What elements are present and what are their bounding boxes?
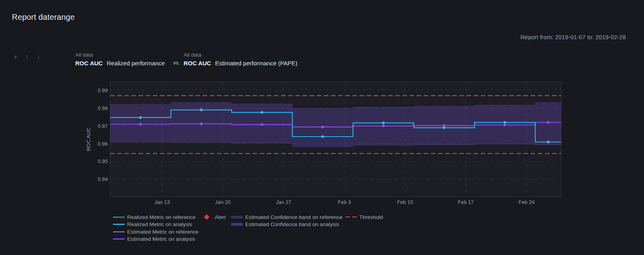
y-tick-label: 0.97 bbox=[98, 123, 108, 129]
move-down-icon[interactable]: ↓ bbox=[35, 53, 42, 61]
legend-item-estimated-analysis[interactable]: Estimated Metric on analysis bbox=[113, 236, 195, 242]
legend-item-realized-analysis[interactable]: Realized Metric on analysis bbox=[113, 221, 192, 228]
line-swatch bbox=[113, 224, 125, 225]
metric-line: ROC AUCRealized performance bbox=[75, 59, 165, 68]
legend-label: Alert bbox=[215, 214, 226, 220]
legend-label: Estimated Metric on reference bbox=[127, 229, 198, 235]
realized-metric-line-point bbox=[321, 135, 324, 138]
realized-metric-line-point bbox=[261, 111, 263, 114]
y-tick-label: 0.96 bbox=[98, 141, 108, 147]
estimated-metric-line-point bbox=[321, 126, 324, 128]
x-tick-label: Feb 3 bbox=[338, 199, 351, 205]
legend-label: Estimated Metric on analysis bbox=[127, 236, 195, 242]
legend-label: Realized Metric on reference bbox=[127, 214, 196, 220]
line-swatch bbox=[113, 231, 125, 232]
x-tick-label: Feb 17 bbox=[458, 199, 474, 205]
metric-name: ROC AUC bbox=[183, 60, 211, 67]
legend-item-band-reference[interactable]: Estimated Confidence band on reference bbox=[231, 214, 342, 221]
realized-metric-line-point bbox=[200, 108, 203, 111]
x-tick-label: Feb 10 bbox=[397, 199, 413, 205]
y-tick-label: 0.95 bbox=[98, 158, 108, 164]
add-icon[interactable]: + bbox=[12, 53, 19, 61]
y-tick-label: 0.99 bbox=[98, 88, 108, 93]
dataset-label: All data bbox=[183, 51, 297, 59]
estimated-metric-line-point bbox=[139, 123, 142, 126]
realized-metric-line-point bbox=[503, 121, 506, 124]
estimated-metric-line-point bbox=[503, 124, 506, 126]
chart-title-left: All data ROC AUCRealized performance bbox=[75, 51, 165, 68]
legend-label: Estimated Confidence band on reference bbox=[245, 214, 342, 220]
metric-kind: Realized performance bbox=[107, 60, 165, 67]
legend-item-realized-reference[interactable]: Realized Metric on reference bbox=[113, 214, 196, 221]
legend-label: Estimated Confidence band on analysis bbox=[245, 221, 339, 227]
realized-metric-line-point bbox=[443, 126, 446, 129]
report-daterange-label: Report from: 2019-01-07 to: 2019-02-28 bbox=[520, 34, 626, 40]
estimated-metric-line-point bbox=[261, 123, 263, 126]
estimated-metric-line-point bbox=[547, 121, 550, 124]
band-swatch bbox=[231, 216, 243, 219]
report-page: Report daterange Report from: 2019-01-07… bbox=[0, 0, 644, 255]
metric-kind: Estimated performance (PAPE) bbox=[215, 60, 297, 67]
legend-item-band-analysis[interactable]: Estimated Confidence band on analysis bbox=[231, 221, 339, 228]
band-swatch bbox=[231, 223, 243, 226]
vs-label: vs. bbox=[173, 59, 180, 67]
y-tick-label: 0.98 bbox=[98, 105, 108, 111]
line-swatch bbox=[113, 217, 125, 218]
realized-metric-line-point bbox=[139, 116, 142, 119]
legend-label: Threshold bbox=[359, 214, 383, 220]
x-tick-label: Jan 27 bbox=[276, 199, 292, 205]
chart-title-right: All data ROC AUCEstimated performance (P… bbox=[183, 51, 297, 68]
y-axis-title: ROC AUC bbox=[86, 128, 91, 151]
estimated-metric-line-point bbox=[382, 125, 385, 128]
estimated-metric-line-point bbox=[200, 122, 203, 125]
chart-title: All data ROC AUCRealized performance vs.… bbox=[75, 51, 297, 68]
legend-item-estimated-reference[interactable]: Estimated Metric on reference bbox=[113, 228, 198, 235]
move-up-icon[interactable]: ↑ bbox=[23, 53, 30, 61]
metric-line: ROC AUCEstimated performance (PAPE) bbox=[183, 59, 297, 68]
x-tick-label: Feb 24 bbox=[518, 199, 534, 205]
realized-metric-line-point bbox=[547, 141, 550, 143]
page-title: Report daterange bbox=[12, 13, 75, 22]
legend-label: Realized Metric on analysis bbox=[127, 221, 192, 227]
x-tick-label: Jan 20 bbox=[215, 199, 231, 205]
y-tick-label: 0.94 bbox=[98, 176, 108, 182]
chart-toolbar: + ↑ ↓ bbox=[12, 53, 42, 61]
realized-metric-line-point bbox=[382, 122, 385, 124]
x-tick-label: Jan 13 bbox=[154, 199, 170, 205]
legend-item-threshold[interactable]: Threshold bbox=[345, 214, 383, 221]
metric-name: ROC AUC bbox=[75, 60, 103, 67]
alert-diamond-icon bbox=[204, 214, 210, 220]
legend-item-alert[interactable]: Alert bbox=[204, 214, 226, 221]
line-swatch bbox=[113, 238, 125, 240]
threshold-dash-icon bbox=[345, 217, 357, 218]
performance-chart[interactable]: 0.940.950.960.970.980.99Jan 13Jan 20Jan … bbox=[79, 77, 570, 212]
dataset-label: All data bbox=[75, 51, 165, 59]
